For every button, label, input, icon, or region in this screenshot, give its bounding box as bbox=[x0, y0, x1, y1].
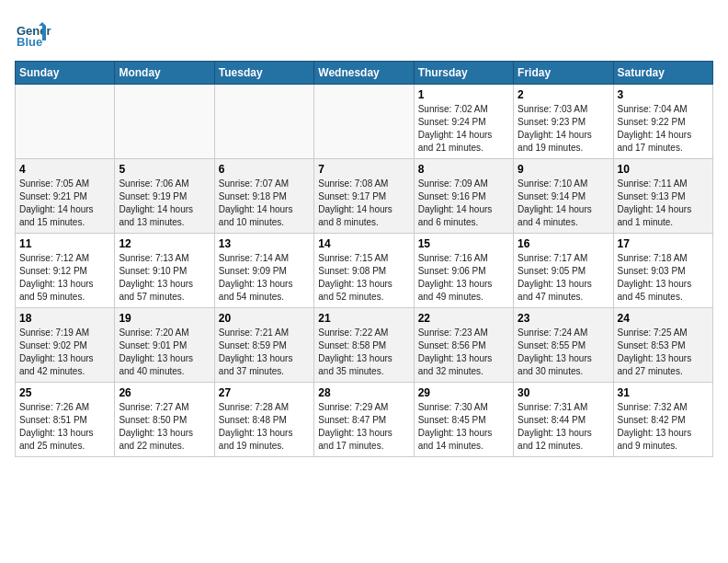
calendar-cell: 5Sunrise: 7:06 AM Sunset: 9:19 PM Daylig… bbox=[115, 159, 214, 234]
day-info: Sunrise: 7:17 AM Sunset: 9:05 PM Dayligh… bbox=[518, 252, 609, 304]
day-info: Sunrise: 7:21 AM Sunset: 8:59 PM Dayligh… bbox=[219, 327, 310, 378]
day-number: 8 bbox=[418, 163, 509, 176]
day-header-friday: Friday bbox=[514, 62, 613, 85]
day-info: Sunrise: 7:04 AM Sunset: 9:22 PM Dayligh… bbox=[618, 103, 709, 155]
day-info: Sunrise: 7:19 AM Sunset: 9:02 PM Dayligh… bbox=[19, 327, 110, 378]
calendar-cell bbox=[214, 85, 313, 159]
day-number: 3 bbox=[618, 88, 709, 101]
calendar-table: SundayMondayTuesdayWednesdayThursdayFrid… bbox=[15, 61, 713, 457]
day-header-monday: Monday bbox=[115, 62, 214, 85]
day-number: 22 bbox=[418, 312, 509, 325]
day-info: Sunrise: 7:22 AM Sunset: 8:58 PM Dayligh… bbox=[318, 327, 409, 378]
calendar-cell bbox=[115, 85, 214, 159]
day-info: Sunrise: 7:20 AM Sunset: 9:01 PM Dayligh… bbox=[119, 327, 210, 378]
calendar-cell: 11Sunrise: 7:12 AM Sunset: 9:12 PM Dayli… bbox=[16, 234, 115, 308]
page-header: General Blue bbox=[15, 15, 713, 52]
calendar-cell: 6Sunrise: 7:07 AM Sunset: 9:18 PM Daylig… bbox=[214, 159, 313, 234]
calendar-cell: 19Sunrise: 7:20 AM Sunset: 9:01 PM Dayli… bbox=[115, 308, 214, 383]
day-info: Sunrise: 7:28 AM Sunset: 8:48 PM Dayligh… bbox=[219, 401, 310, 453]
day-info: Sunrise: 7:25 AM Sunset: 8:53 PM Dayligh… bbox=[618, 327, 709, 378]
day-info: Sunrise: 7:18 AM Sunset: 9:03 PM Dayligh… bbox=[618, 252, 709, 304]
logo-icon: General Blue bbox=[15, 15, 51, 52]
calendar-cell: 23Sunrise: 7:24 AM Sunset: 8:55 PM Dayli… bbox=[514, 308, 613, 383]
day-number: 5 bbox=[119, 163, 210, 176]
svg-text:Blue: Blue bbox=[17, 35, 42, 49]
calendar-cell: 15Sunrise: 7:16 AM Sunset: 9:06 PM Dayli… bbox=[414, 234, 513, 308]
calendar-cell: 30Sunrise: 7:31 AM Sunset: 8:44 PM Dayli… bbox=[514, 383, 613, 457]
day-info: Sunrise: 7:12 AM Sunset: 9:12 PM Dayligh… bbox=[19, 252, 110, 304]
calendar-cell: 24Sunrise: 7:25 AM Sunset: 8:53 PM Dayli… bbox=[613, 308, 712, 383]
day-number: 20 bbox=[219, 312, 310, 325]
day-info: Sunrise: 7:02 AM Sunset: 9:24 PM Dayligh… bbox=[418, 103, 509, 155]
calendar-cell: 21Sunrise: 7:22 AM Sunset: 8:58 PM Dayli… bbox=[314, 308, 414, 383]
calendar-cell: 10Sunrise: 7:11 AM Sunset: 9:13 PM Dayli… bbox=[613, 159, 712, 234]
calendar-cell: 18Sunrise: 7:19 AM Sunset: 9:02 PM Dayli… bbox=[16, 308, 115, 383]
day-info: Sunrise: 7:24 AM Sunset: 8:55 PM Dayligh… bbox=[518, 327, 609, 378]
day-info: Sunrise: 7:27 AM Sunset: 8:50 PM Dayligh… bbox=[119, 401, 210, 453]
calendar-cell: 8Sunrise: 7:09 AM Sunset: 9:16 PM Daylig… bbox=[414, 159, 513, 234]
calendar-cell: 7Sunrise: 7:08 AM Sunset: 9:17 PM Daylig… bbox=[314, 159, 414, 234]
day-info: Sunrise: 7:31 AM Sunset: 8:44 PM Dayligh… bbox=[518, 401, 609, 453]
calendar-cell: 3Sunrise: 7:04 AM Sunset: 9:22 PM Daylig… bbox=[613, 85, 712, 159]
day-header-wednesday: Wednesday bbox=[314, 62, 414, 85]
day-number: 13 bbox=[219, 237, 310, 250]
day-number: 16 bbox=[518, 237, 609, 250]
calendar-cell: 16Sunrise: 7:17 AM Sunset: 9:05 PM Dayli… bbox=[514, 234, 613, 308]
day-number: 28 bbox=[318, 386, 409, 399]
day-info: Sunrise: 7:32 AM Sunset: 8:42 PM Dayligh… bbox=[618, 401, 709, 453]
day-info: Sunrise: 7:15 AM Sunset: 9:08 PM Dayligh… bbox=[318, 252, 409, 304]
calendar-cell: 31Sunrise: 7:32 AM Sunset: 8:42 PM Dayli… bbox=[613, 383, 712, 457]
calendar-cell: 14Sunrise: 7:15 AM Sunset: 9:08 PM Dayli… bbox=[314, 234, 414, 308]
calendar-cell: 4Sunrise: 7:05 AM Sunset: 9:21 PM Daylig… bbox=[16, 159, 115, 234]
day-number: 29 bbox=[418, 386, 509, 399]
day-info: Sunrise: 7:05 AM Sunset: 9:21 PM Dayligh… bbox=[19, 178, 110, 229]
day-info: Sunrise: 7:08 AM Sunset: 9:17 PM Dayligh… bbox=[318, 178, 409, 229]
day-number: 27 bbox=[219, 386, 310, 399]
day-number: 18 bbox=[19, 312, 110, 325]
calendar-cell: 25Sunrise: 7:26 AM Sunset: 8:51 PM Dayli… bbox=[16, 383, 115, 457]
week-row-5: 25Sunrise: 7:26 AM Sunset: 8:51 PM Dayli… bbox=[16, 383, 713, 457]
day-number: 19 bbox=[119, 312, 210, 325]
day-number: 1 bbox=[418, 88, 509, 101]
week-row-4: 18Sunrise: 7:19 AM Sunset: 9:02 PM Dayli… bbox=[16, 308, 713, 383]
day-header-tuesday: Tuesday bbox=[214, 62, 313, 85]
week-row-2: 4Sunrise: 7:05 AM Sunset: 9:21 PM Daylig… bbox=[16, 159, 713, 234]
day-info: Sunrise: 7:07 AM Sunset: 9:18 PM Dayligh… bbox=[219, 178, 310, 229]
day-info: Sunrise: 7:30 AM Sunset: 8:45 PM Dayligh… bbox=[418, 401, 509, 453]
day-info: Sunrise: 7:09 AM Sunset: 9:16 PM Dayligh… bbox=[418, 178, 509, 229]
day-number: 23 bbox=[518, 312, 609, 325]
day-number: 14 bbox=[318, 237, 409, 250]
day-number: 31 bbox=[618, 386, 709, 399]
day-info: Sunrise: 7:16 AM Sunset: 9:06 PM Dayligh… bbox=[418, 252, 509, 304]
day-number: 9 bbox=[518, 163, 609, 176]
calendar-cell: 20Sunrise: 7:21 AM Sunset: 8:59 PM Dayli… bbox=[214, 308, 313, 383]
day-number: 30 bbox=[518, 386, 609, 399]
day-number: 2 bbox=[518, 88, 609, 101]
day-info: Sunrise: 7:26 AM Sunset: 8:51 PM Dayligh… bbox=[19, 401, 110, 453]
calendar-cell: 29Sunrise: 7:30 AM Sunset: 8:45 PM Dayli… bbox=[414, 383, 513, 457]
day-header-sunday: Sunday bbox=[16, 62, 115, 85]
calendar-cell: 26Sunrise: 7:27 AM Sunset: 8:50 PM Dayli… bbox=[115, 383, 214, 457]
calendar-cell: 13Sunrise: 7:14 AM Sunset: 9:09 PM Dayli… bbox=[214, 234, 313, 308]
day-info: Sunrise: 7:29 AM Sunset: 8:47 PM Dayligh… bbox=[318, 401, 409, 453]
day-header-thursday: Thursday bbox=[414, 62, 513, 85]
day-number: 7 bbox=[318, 163, 409, 176]
calendar-cell bbox=[16, 85, 115, 159]
calendar-cell: 12Sunrise: 7:13 AM Sunset: 9:10 PM Dayli… bbox=[115, 234, 214, 308]
day-info: Sunrise: 7:03 AM Sunset: 9:23 PM Dayligh… bbox=[518, 103, 609, 155]
day-number: 17 bbox=[618, 237, 709, 250]
calendar-cell: 2Sunrise: 7:03 AM Sunset: 9:23 PM Daylig… bbox=[514, 85, 613, 159]
day-number: 11 bbox=[19, 237, 110, 250]
calendar-cell: 28Sunrise: 7:29 AM Sunset: 8:47 PM Dayli… bbox=[314, 383, 414, 457]
calendar-cell: 9Sunrise: 7:10 AM Sunset: 9:14 PM Daylig… bbox=[514, 159, 613, 234]
day-number: 25 bbox=[19, 386, 110, 399]
calendar-cell: 1Sunrise: 7:02 AM Sunset: 9:24 PM Daylig… bbox=[414, 85, 513, 159]
day-header-saturday: Saturday bbox=[613, 62, 712, 85]
logo: General Blue bbox=[15, 15, 55, 52]
calendar-cell: 22Sunrise: 7:23 AM Sunset: 8:56 PM Dayli… bbox=[414, 308, 513, 383]
week-row-3: 11Sunrise: 7:12 AM Sunset: 9:12 PM Dayli… bbox=[16, 234, 713, 308]
day-number: 4 bbox=[19, 163, 110, 176]
day-number: 15 bbox=[418, 237, 509, 250]
calendar-cell: 27Sunrise: 7:28 AM Sunset: 8:48 PM Dayli… bbox=[214, 383, 313, 457]
day-info: Sunrise: 7:11 AM Sunset: 9:13 PM Dayligh… bbox=[618, 178, 709, 229]
